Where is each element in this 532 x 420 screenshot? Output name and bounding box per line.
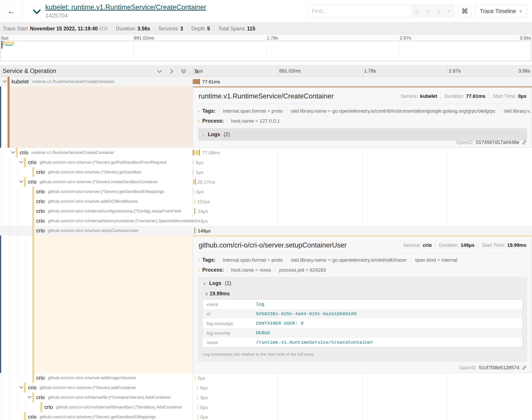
trace-view-selector[interactable]: Trace Timeline ∨ — [475, 5, 527, 17]
span-duration-bar[interactable] — [193, 160, 194, 165]
span-duration-bar[interactable] — [195, 209, 196, 213]
back-button[interactable]: ← — [0, 0, 23, 22]
span-name-column[interactable]: criogithub.com/cri-o/cri-o/server.addIma… — [36, 373, 136, 383]
indent-guide — [1, 87, 1, 148]
minimap-drag-handle[interactable] — [1, 41, 2, 48]
span-name-column[interactable]: criogithub.com/cri-o/cri-o/server.(*Serv… — [28, 383, 136, 392]
span-duration-bar[interactable] — [193, 170, 194, 175]
span-row[interactable]: criogithub.com/cri-o/cri-o/internal/lib.… — [0, 392, 532, 402]
span-row[interactable]: criogithub.com/cri-o/cri-o/internal/fact… — [0, 216, 532, 226]
chevron-down-icon[interactable] — [19, 386, 23, 390]
indent-guide — [18, 392, 18, 402]
locate-span-icon[interactable]: ◎ — [415, 8, 420, 15]
span-duration-bar[interactable] — [197, 385, 198, 390]
span-name-column[interactable]: criogithub.com/cri-o/cri-o/internal/conf… — [36, 206, 181, 216]
span-duration-bar[interactable] — [195, 228, 196, 233]
span-row[interactable]: criogithub.com/cri-o/cri-o/server.addIma… — [0, 373, 532, 383]
span-row[interactable]: criogithub.com/cri-o/cri-o/server.(*Serv… — [0, 157, 532, 167]
span-duration-label: 0μs — [200, 414, 208, 420]
service-color-bar — [40, 402, 42, 412]
span-duration-bar[interactable] — [197, 405, 198, 410]
link-icon[interactable] — [522, 365, 527, 370]
logs-toggle-collapsed[interactable]: › Logs (2) — [198, 128, 527, 141]
span-duration-bar[interactable] — [195, 218, 196, 223]
span-operation-name: runtime.v1.RuntimeService/CreateContaine… — [32, 79, 114, 84]
span-name-column[interactable]: criogithub.com/cri-o/cri-o/server.(*Serv… — [36, 187, 164, 196]
chevron-down-icon[interactable] — [11, 150, 15, 155]
collapse-all-icon[interactable] — [181, 69, 187, 74]
trace-minimap[interactable] — [1, 41, 531, 61]
log-field-key: name — [203, 340, 256, 345]
span-row[interactable]: criogithub.com/cri-o/cri-o/server.addOCI… — [0, 196, 532, 206]
span-row[interactable]: criogithub.com/cri-o/cri-o/server.(*Serv… — [0, 187, 532, 196]
span-detail-title: runtime.v1.RuntimeService/CreateContaine… — [199, 92, 334, 100]
logs-label: Logs — [209, 280, 221, 286]
chevron-down-icon[interactable] — [27, 395, 31, 399]
span-name-column[interactable]: criogithub.com/cri-o/cri-o/server.(*Serv… — [28, 177, 157, 187]
span-rows-area: kubeletruntime.v1.RuntimeService/CreateC… — [0, 77, 532, 420]
log-field-value: /runtime.v1.RuntimeService/CreateContain… — [256, 340, 373, 345]
tags-row[interactable]: › Tags: internal.span.format = proto ote… — [198, 257, 527, 263]
span-name-column[interactable]: criogithub.com/cri-o/cri-o/server.(*Serv… — [28, 157, 166, 167]
chevron-down-icon[interactable] — [19, 180, 23, 184]
log-field-row: id 92b82381-025c-4a64-815c-ba2e1bb08100 — [203, 309, 522, 319]
collapse-one-icon[interactable] — [157, 69, 162, 73]
find-input[interactable] — [308, 5, 411, 17]
span-row[interactable]: criogithub.com/cri-o/cri-o/server.(*Serv… — [0, 383, 532, 392]
find-prev-icon[interactable]: ∧ — [426, 8, 430, 15]
span-duration-bar[interactable] — [198, 414, 198, 419]
span-name-column[interactable]: crioruntime.v1.RuntimeService/CreateCont… — [20, 148, 114, 157]
indent-guide — [10, 402, 10, 412]
span-duration-bar[interactable] — [195, 375, 196, 380]
collapse-trace-chevron-icon[interactable] — [33, 9, 41, 15]
find-next-icon[interactable]: ∨ — [437, 8, 441, 15]
service-color-bar — [32, 216, 34, 226]
link-icon[interactable] — [522, 140, 527, 145]
span-name-column[interactable]: criogithub.com/cri-o/cri-o/server.(*Serv… — [28, 412, 156, 420]
process-row[interactable]: › Process: host.name = nixos process.pid… — [198, 267, 527, 273]
span-duration-bar[interactable] — [194, 199, 195, 204]
span-name-column[interactable]: criogithub.com/cri-o/cri-o/server.setupC… — [36, 226, 139, 236]
span-row[interactable]: kubeletruntime.v1.RuntimeService/CreateC… — [0, 77, 532, 87]
span-duration-bar[interactable] — [197, 395, 198, 400]
chevron-down-icon[interactable] — [3, 80, 7, 84]
span-name-column[interactable]: criogithub.com/cri-o/cri-o/server.(*Serv… — [36, 167, 141, 177]
span-name-column[interactable]: criogithub.com/cri-o/cri-o/internal/lib.… — [36, 392, 171, 402]
indent-guide — [1, 392, 1, 402]
trace-title-link[interactable]: kubelet: runtime.v1.RuntimeService/Creat… — [45, 3, 206, 11]
span-name-column[interactable]: criogithub.com/cri-o/cri-o/internal/lib/… — [44, 402, 182, 412]
log-entry-toggle[interactable]: ∨ 19.99ms — [202, 289, 523, 299]
service-color-bar — [8, 87, 10, 148]
span-duration-bar[interactable] — [193, 150, 200, 155]
indent-guide — [10, 177, 10, 187]
span-name-column[interactable]: kubeletruntime.v1.RuntimeService/CreateC… — [12, 77, 114, 87]
process-row[interactable]: › Process: host.name = 127.0.0.1 — [198, 118, 527, 124]
span-duration-bar[interactable] — [193, 79, 200, 84]
expand-one-icon[interactable] — [170, 69, 173, 74]
chevron-down-icon[interactable] — [19, 160, 23, 164]
span-row[interactable]: criogithub.com/cri-o/cri-o/internal/conf… — [0, 206, 532, 216]
span-duration-bar[interactable] — [193, 180, 195, 184]
span-operation-name: github.com/cri-o/cri-o/internal/lib/sand… — [56, 405, 182, 410]
span-service-name: crio — [28, 159, 37, 165]
span-service-name: crio — [36, 227, 45, 234]
span-operation-name: github.com/cri-o/cri-o/server.setupConta… — [48, 228, 139, 233]
trace-start-label: Trace Start — [3, 26, 28, 32]
column-resize-grip[interactable] — [189, 72, 190, 76]
span-row[interactable]: criogithub.com/cri-o/cri-o/server.(*Serv… — [0, 177, 532, 187]
clear-find-icon[interactable]: × — [447, 8, 451, 15]
span-name-column[interactable]: criogithub.com/cri-o/cri-o/server.addOCI… — [36, 196, 138, 206]
span-row[interactable]: criogithub.com/cri-o/cri-o/server.setupC… — [0, 226, 532, 236]
span-duration-bar[interactable] — [193, 189, 194, 194]
depth-value: 5 — [207, 26, 210, 32]
logs-toggle-expanded[interactable]: ∨ Logs (1) — [202, 277, 523, 289]
span-row[interactable]: criogithub.com/cri-o/cri-o/internal/lib/… — [0, 402, 532, 412]
total-spans-value: 115 — [247, 26, 255, 32]
span-name-column[interactable]: criogithub.com/cri-o/cri-o/internal/fact… — [36, 216, 198, 226]
span-row[interactable]: criogithub.com/cri-o/cri-o/server.(*Serv… — [0, 167, 532, 177]
span-row[interactable]: crioruntime.v1.RuntimeService/CreateCont… — [0, 148, 532, 157]
tag-item: otel.library.name = go.opentelemetry.io/… — [287, 108, 500, 114]
tags-row[interactable]: › Tags: internal.span.format = proto ote… — [198, 108, 527, 114]
keyboard-shortcuts-button[interactable]: ⌘ — [458, 5, 471, 17]
span-row[interactable]: criogithub.com/cri-o/cri-o/server.(*Serv… — [0, 412, 532, 420]
